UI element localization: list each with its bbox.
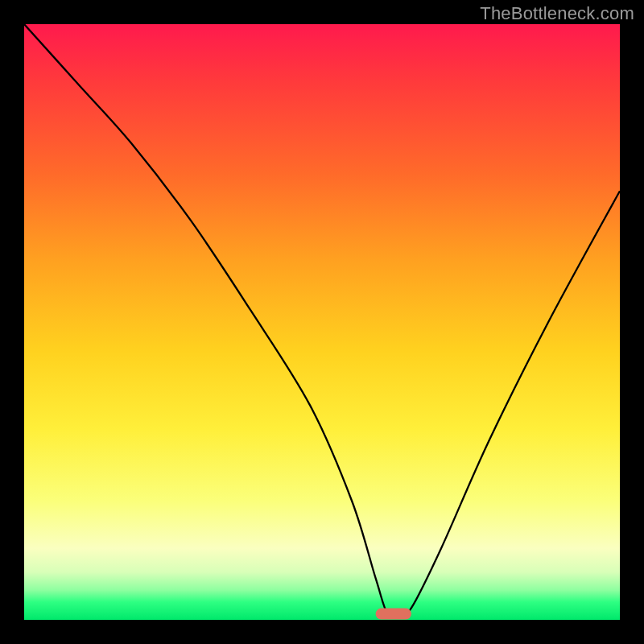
curve-layer — [24, 24, 620, 620]
optimal-marker — [376, 609, 411, 620]
plot-area — [24, 24, 620, 620]
watermark-text: TheBottleneck.com — [480, 3, 634, 24]
chart-frame: TheBottleneck.com — [0, 0, 644, 644]
bottleneck-curve — [24, 24, 620, 617]
